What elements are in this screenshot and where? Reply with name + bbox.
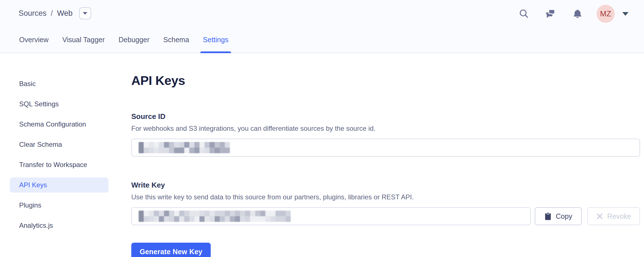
- sidebar-item-transfer-to-workspace[interactable]: Transfer to Workspace: [10, 157, 108, 172]
- source-switcher-button[interactable]: [79, 7, 91, 19]
- revoke-button-label: Revoke: [607, 212, 631, 220]
- source-id-description: For webhooks and S3 integrations, you ca…: [131, 125, 640, 132]
- sidebar-item-plugins[interactable]: Plugins: [10, 198, 108, 213]
- avatar[interactable]: MZ: [597, 5, 615, 23]
- sidebar-item-analytics-js[interactable]: Analytics.js: [10, 218, 108, 233]
- tab-debugger[interactable]: Debugger: [119, 36, 150, 53]
- write-key-description: Use this write key to send data to this …: [131, 193, 640, 201]
- copy-button[interactable]: Copy: [535, 207, 582, 225]
- generate-new-key-button[interactable]: Generate New Key: [131, 243, 211, 257]
- account-menu-chevron-icon[interactable]: [622, 12, 629, 16]
- sidebar-item-sql-settings[interactable]: SQL Settings: [10, 96, 108, 112]
- write-key-redacted-value-blur: [139, 211, 291, 222]
- breadcrumb-sources-link[interactable]: Sources: [19, 9, 46, 18]
- sidebar-item-clear-schema[interactable]: Clear Schema: [10, 137, 108, 152]
- source-id-redacted-value-blur: [139, 142, 230, 153]
- chevron-down-icon: [83, 12, 87, 15]
- write-key-field[interactable]: [131, 207, 531, 225]
- tab-schema[interactable]: Schema: [163, 36, 189, 53]
- chat-icon[interactable]: [545, 8, 556, 19]
- x-icon: [596, 213, 603, 220]
- search-icon[interactable]: [518, 8, 530, 19]
- write-key-row: Copy Revoke: [131, 207, 640, 225]
- source-id-field[interactable]: [131, 139, 640, 157]
- revoke-button[interactable]: Revoke: [587, 207, 640, 225]
- copy-button-label: Copy: [556, 212, 572, 220]
- sidebar-item-api-keys[interactable]: API Keys: [10, 177, 108, 193]
- sidebar-item-schema-configuration[interactable]: Schema Configuration: [10, 117, 108, 132]
- breadcrumb-separator: /: [51, 9, 53, 18]
- source-id-label: Source ID: [131, 112, 640, 121]
- settings-content: Basic SQL Settings Schema Configuration …: [0, 53, 644, 256]
- api-keys-panel: API Keys Source ID For webhooks and S3 i…: [131, 53, 644, 256]
- write-key-label: Write Key: [131, 181, 640, 190]
- sidebar-item-basic[interactable]: Basic: [10, 76, 108, 91]
- page-title: API Keys: [131, 73, 640, 88]
- settings-sidebar: Basic SQL Settings Schema Configuration …: [0, 53, 131, 256]
- notifications-bell-icon[interactable]: [572, 8, 583, 19]
- tab-settings[interactable]: Settings: [203, 36, 228, 53]
- clipboard-icon: [544, 212, 552, 220]
- header-actions: MZ: [518, 4, 629, 23]
- tab-overview[interactable]: Overview: [19, 36, 48, 53]
- breadcrumb: Sources / Web: [19, 7, 91, 19]
- tab-visual-tagger[interactable]: Visual Tagger: [62, 36, 105, 53]
- breadcrumb-current-source: Web: [57, 9, 73, 18]
- source-tabs: Overview Visual Tagger Debugger Schema S…: [19, 36, 228, 53]
- top-header: Sources / Web MZ Overv: [0, 0, 644, 53]
